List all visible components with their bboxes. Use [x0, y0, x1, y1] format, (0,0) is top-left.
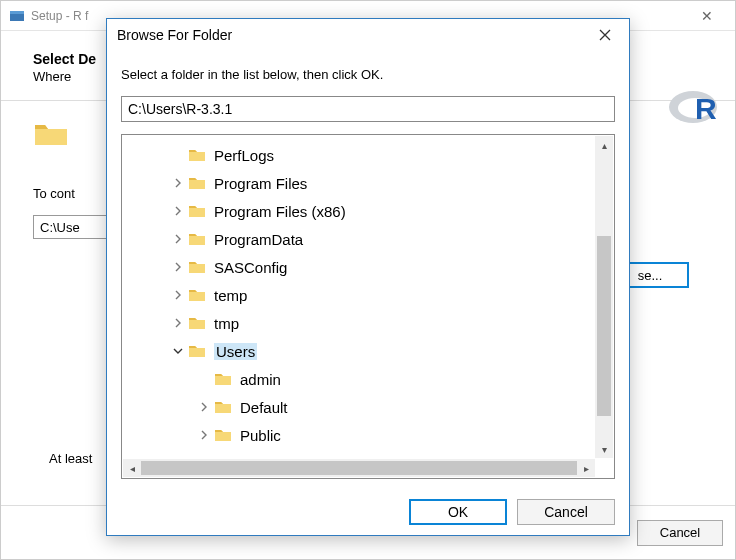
- folder-icon: [33, 121, 69, 152]
- chevron-right-icon[interactable]: [170, 231, 186, 247]
- folder-icon: [188, 147, 206, 163]
- folder-icon: [214, 399, 232, 415]
- dialog-title: Browse For Folder: [117, 27, 591, 43]
- tree-item[interactable]: ProgramData: [122, 225, 614, 253]
- horizontal-scroll-thumb[interactable]: [141, 461, 577, 475]
- cancel-button[interactable]: Cancel: [517, 499, 615, 525]
- chevron-right-icon[interactable]: [196, 399, 212, 415]
- scroll-up-icon[interactable]: ▴: [595, 136, 613, 154]
- svg-text:R: R: [695, 92, 717, 125]
- tree-item-label: temp: [214, 287, 247, 304]
- disk-space-text: At least: [49, 451, 92, 466]
- folder-icon: [188, 203, 206, 219]
- dialog-instruction: Select a folder in the list below, then …: [121, 67, 615, 82]
- scroll-down-icon[interactable]: ▾: [595, 440, 613, 458]
- tree-item[interactable]: admin: [122, 365, 614, 393]
- folder-icon: [188, 259, 206, 275]
- folder-icon: [214, 427, 232, 443]
- dialog-button-row: OK Cancel: [107, 489, 629, 535]
- chevron-down-icon[interactable]: [170, 343, 186, 359]
- tree-item-label: admin: [240, 371, 281, 388]
- folder-icon: [188, 287, 206, 303]
- tree-item[interactable]: PerfLogs: [122, 141, 614, 169]
- horizontal-scrollbar[interactable]: ◂ ▸: [123, 459, 595, 477]
- vertical-scrollbar[interactable]: ▴ ▾: [595, 136, 613, 458]
- folder-icon: [214, 371, 232, 387]
- svg-rect-1: [10, 11, 24, 14]
- chevron-right-icon[interactable]: [196, 427, 212, 443]
- tree-item-label: Program Files: [214, 175, 307, 192]
- scroll-right-icon[interactable]: ▸: [577, 463, 595, 474]
- tree-item[interactable]: SASConfig: [122, 253, 614, 281]
- installer-cancel-button[interactable]: Cancel: [637, 520, 723, 546]
- vertical-scroll-thumb[interactable]: [597, 236, 611, 416]
- chevron-right-icon[interactable]: [170, 259, 186, 275]
- tree-item[interactable]: Program Files (x86): [122, 197, 614, 225]
- tree-item[interactable]: Default: [122, 393, 614, 421]
- chevron-right-icon[interactable]: [170, 315, 186, 331]
- tree-item[interactable]: Program Files: [122, 169, 614, 197]
- folder-icon: [188, 343, 206, 359]
- folder-icon: [188, 315, 206, 331]
- close-icon[interactable]: [591, 24, 619, 46]
- chevron-right-icon[interactable]: [170, 175, 186, 191]
- tree-item-label: SASConfig: [214, 259, 287, 276]
- tree-item-label: Default: [240, 399, 288, 416]
- chevron-right-icon[interactable]: [170, 287, 186, 303]
- tree-item[interactable]: Users: [122, 337, 614, 365]
- tree-item-label: Users: [214, 343, 257, 360]
- dialog-body: Select a folder in the list below, then …: [107, 51, 629, 489]
- ok-button[interactable]: OK: [409, 499, 507, 525]
- folder-icon: [188, 231, 206, 247]
- folder-path-input[interactable]: [121, 96, 615, 122]
- dialog-titlebar: Browse For Folder: [107, 19, 629, 51]
- browse-folder-dialog: Browse For Folder Select a folder in the…: [106, 18, 630, 536]
- tree-item-label: tmp: [214, 315, 239, 332]
- tree-item-label: Program Files (x86): [214, 203, 346, 220]
- tree-item[interactable]: Public: [122, 421, 614, 449]
- installer-close-icon[interactable]: ✕: [687, 8, 727, 24]
- tree-item-label: ProgramData: [214, 231, 303, 248]
- folder-icon: [188, 175, 206, 191]
- scroll-left-icon[interactable]: ◂: [123, 463, 141, 474]
- tree-item-label: PerfLogs: [214, 147, 274, 164]
- chevron-right-icon[interactable]: [170, 203, 186, 219]
- installer-icon: [9, 8, 25, 24]
- folder-tree-container: PerfLogsProgram FilesProgram Files (x86)…: [121, 134, 615, 479]
- tree-item[interactable]: temp: [122, 281, 614, 309]
- tree-item[interactable]: tmp: [122, 309, 614, 337]
- tree-item-label: Public: [240, 427, 281, 444]
- r-logo-icon: R: [667, 81, 725, 130]
- folder-tree[interactable]: PerfLogsProgram FilesProgram Files (x86)…: [122, 135, 614, 478]
